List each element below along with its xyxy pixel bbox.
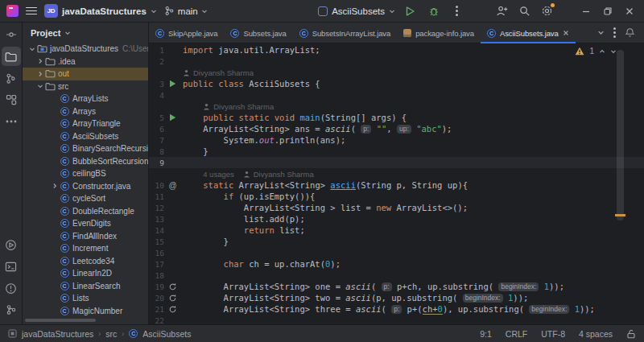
tree-item[interactable]: CBubbleSortRecursion bbox=[23, 155, 148, 168]
chevron-down-icon[interactable] bbox=[27, 46, 36, 52]
code-line[interactable]: 11 if (up.isEmpty()){ bbox=[149, 191, 644, 202]
recursive-call-gutter-icon[interactable] bbox=[164, 294, 181, 303]
project-switcher[interactable]: JD javaDataStructures bbox=[44, 4, 157, 18]
tree-item[interactable]: CceilingBS bbox=[23, 167, 148, 180]
tree-item[interactable]: out bbox=[23, 68, 148, 80]
code-line[interactable]: 5 public static void main(String[] args)… bbox=[149, 112, 644, 123]
code-line[interactable]: 8 } bbox=[149, 146, 644, 157]
debug-button[interactable] bbox=[425, 2, 442, 19]
code-line[interactable]: 19 ArrayList<String> one = ascii( p: p+c… bbox=[149, 281, 644, 292]
tree-item[interactable]: CLinearIn2D bbox=[23, 267, 148, 280]
editor-tab[interactable]: CSkipApple.java bbox=[149, 23, 224, 43]
code-line[interactable]: 18 bbox=[149, 270, 644, 281]
tree-item[interactable]: CArrayTriangle bbox=[23, 117, 148, 130]
breadcrumb-item[interactable]: AsciiSubsets bbox=[142, 329, 191, 339]
settings-button[interactable] bbox=[539, 2, 555, 19]
run-tool-button[interactable] bbox=[2, 235, 21, 254]
code-line[interactable]: 15 } bbox=[149, 236, 644, 247]
tab-close-icon[interactable] bbox=[563, 30, 569, 36]
notifications-bell-icon[interactable] bbox=[625, 27, 635, 38]
code-line[interactable]: 1import java.util.ArrayList; bbox=[149, 44, 644, 56]
code-line[interactable]: 17 char ch = up.charAt(0); bbox=[149, 258, 644, 270]
author-annotation[interactable]: 4 usagesDivyansh Sharma bbox=[149, 168, 644, 179]
tree-item[interactable]: CEvenDigits bbox=[23, 217, 148, 230]
minimize-button[interactable] bbox=[577, 2, 594, 19]
recursive-call-gutter-icon[interactable] bbox=[164, 282, 181, 291]
code-line[interactable]: 22 bbox=[149, 315, 644, 324]
code-line[interactable]: 13 list.add(p); bbox=[149, 213, 644, 225]
tree-item[interactable]: CArrayLists bbox=[23, 93, 148, 105]
run-gutter-icon[interactable] bbox=[164, 80, 181, 88]
code-line[interactable]: 3public class AsciiSubsets { bbox=[149, 78, 644, 89]
chevron-down-icon[interactable] bbox=[597, 29, 605, 36]
editor-tab[interactable]: CAsciiSubsets.java bbox=[481, 23, 576, 43]
file-encoding[interactable]: UTF-8 bbox=[541, 329, 565, 339]
tree-item[interactable]: CAsciiSubsets bbox=[23, 130, 148, 143]
tree-item[interactable]: CDoubleRectangle bbox=[23, 205, 148, 218]
code-line[interactable]: 7 System.out.println(ans); bbox=[149, 134, 644, 146]
project-tool-button[interactable] bbox=[2, 47, 21, 66]
tree-item[interactable]: javaDataStructuresC:\Users\... bbox=[23, 43, 148, 56]
code-line[interactable]: 9 bbox=[149, 157, 644, 168]
tree-item[interactable]: CConstructor.java bbox=[23, 180, 148, 193]
usages-hint[interactable]: 4 usages bbox=[203, 170, 234, 179]
tree-item[interactable]: CLists bbox=[23, 292, 148, 305]
tab-options-icon[interactable] bbox=[613, 27, 616, 38]
author-annotation[interactable]: Divyansh Sharma bbox=[149, 101, 644, 112]
run-button[interactable] bbox=[402, 2, 419, 19]
tree-item[interactable]: src bbox=[23, 80, 148, 93]
code-line[interactable]: 12 ArrayList<String > list = new ArrayLi… bbox=[149, 202, 644, 213]
code-line[interactable]: 6 ArrayList<String> ans = ascii( p: "", … bbox=[149, 123, 644, 134]
chevron-right-icon[interactable] bbox=[35, 71, 44, 77]
tree-item[interactable]: CLeetcode34 bbox=[23, 255, 148, 268]
project-panel-header[interactable]: Project bbox=[23, 23, 148, 43]
more-tools-button[interactable] bbox=[2, 112, 21, 131]
tree-item[interactable]: CArrays bbox=[23, 105, 148, 118]
editor-tab[interactable]: package-info.java bbox=[397, 23, 481, 43]
chevron-down-icon[interactable] bbox=[35, 83, 44, 89]
close-button[interactable] bbox=[621, 2, 638, 19]
add-user-button[interactable] bbox=[493, 2, 510, 19]
version-control-tool-button[interactable] bbox=[2, 300, 21, 319]
code-line[interactable]: 10@ static ArrayList<String> ascii(Strin… bbox=[149, 179, 644, 191]
tree-item[interactable]: CIncrement bbox=[23, 242, 148, 255]
code-line[interactable]: 20 ArrayList<String> two = ascii(p, up.s… bbox=[149, 292, 644, 303]
tree-item[interactable]: CBinarySearchRecursion bbox=[23, 142, 148, 155]
restore-button[interactable] bbox=[599, 2, 616, 19]
editor-tab[interactable]: CSubsetsInArrayList.java bbox=[293, 23, 398, 43]
recursive-call-gutter-icon[interactable] bbox=[164, 305, 181, 314]
author-annotation[interactable]: Divyansh Sharma bbox=[149, 67, 644, 78]
next-issue-icon[interactable] bbox=[610, 48, 617, 55]
run-gutter-icon[interactable] bbox=[164, 113, 181, 122]
search-button[interactable] bbox=[516, 2, 533, 19]
tree-item[interactable]: CLinearSearch bbox=[23, 280, 148, 293]
inspection-widget[interactable]: 1 bbox=[575, 47, 617, 56]
line-separator[interactable]: CRLF bbox=[506, 329, 527, 339]
unlock-icon[interactable] bbox=[626, 329, 636, 339]
structure-tool-button[interactable] bbox=[2, 90, 21, 109]
horizontal-scrollbar[interactable] bbox=[25, 319, 96, 322]
branch-switcher[interactable]: main bbox=[164, 6, 208, 16]
problems-tool-button[interactable] bbox=[2, 278, 21, 298]
code-line[interactable]: 4 bbox=[149, 89, 644, 101]
tree-item[interactable]: .idea bbox=[23, 56, 148, 68]
tree-item[interactable]: CcycleSort bbox=[23, 192, 148, 205]
breadcrumb-item[interactable]: src bbox=[105, 329, 117, 339]
code-line[interactable]: 2 bbox=[149, 56, 644, 67]
code-line[interactable]: 16 bbox=[149, 247, 644, 258]
indent-setting[interactable]: 4 spaces bbox=[579, 329, 613, 339]
editor-tab[interactable]: CSubsets.java bbox=[224, 23, 292, 43]
tree-item[interactable]: CMagicNumber bbox=[23, 305, 148, 318]
breadcrumb-item[interactable]: javaDataStructures bbox=[22, 329, 93, 339]
commit-tool-button[interactable] bbox=[2, 68, 21, 88]
terminal-tool-button[interactable] bbox=[2, 257, 21, 276]
chevron-right-icon[interactable] bbox=[50, 183, 59, 189]
prev-issue-icon[interactable] bbox=[599, 48, 605, 55]
hamburger-menu-icon[interactable] bbox=[26, 7, 37, 14]
chevron-right-icon[interactable] bbox=[35, 58, 44, 64]
annotation-gutter-icon[interactable]: @ bbox=[164, 181, 181, 190]
vertical-scrollbar[interactable] bbox=[617, 50, 624, 220]
code-line[interactable]: 21 ArrayList<String> three = ascii( p: p… bbox=[149, 303, 644, 315]
run-configuration-selector[interactable]: AsciiSubsets bbox=[318, 6, 395, 16]
tree-item[interactable]: CFindAllIndex bbox=[23, 230, 148, 243]
